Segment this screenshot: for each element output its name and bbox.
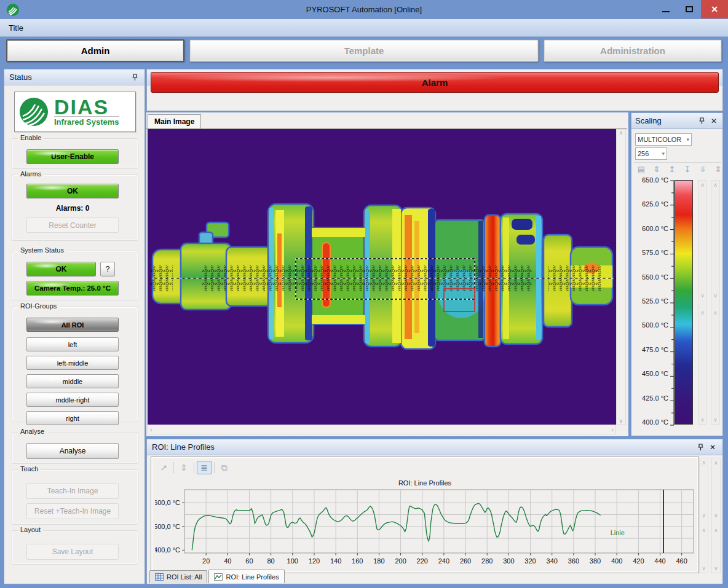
scroll-up-icon[interactable]: ∧ [619, 130, 623, 136]
alarms-ok-button[interactable]: OK [26, 184, 119, 198]
status-panel: Status DIAS Infrared Systems Enable User… [4, 69, 145, 584]
spin-up-icon[interactable]: ∧ [712, 527, 720, 533]
image-vertical-scrollbar[interactable]: ∧ ∨ [616, 129, 626, 425]
close-icon[interactable]: ✕ [708, 442, 718, 452]
save-layout-button[interactable]: Save Layout [26, 544, 119, 560]
pin-icon[interactable] [695, 442, 705, 452]
system-ok-button[interactable]: OK [26, 262, 96, 276]
scale-down-icon[interactable]: ↧ [682, 165, 692, 174]
reset-teach-in-label: Reset +Teach-In Image [34, 507, 111, 515]
spin-down-icon[interactable]: ∨ [698, 292, 706, 299]
scale-min-spinner[interactable]: ∧ ∨ ∧ ∨ [711, 180, 720, 425]
close-button[interactable]: ✕ [701, 0, 728, 18]
spin-down-icon[interactable]: ∨ [712, 512, 720, 519]
teach-in-button[interactable]: Teach-In Image [26, 483, 119, 499]
color-scale-bar [675, 180, 693, 425]
autoscale-icon[interactable]: ⇕ [652, 165, 662, 174]
legend-list-icon[interactable]: ≣ [197, 461, 212, 474]
spin-up-icon[interactable]: ∧ [700, 527, 708, 533]
chevron-down-icon: ▾ [686, 136, 689, 143]
chart-x-spinner[interactable]: ∧ ∨ ∧ ∨ [711, 458, 721, 573]
scale-up-icon[interactable]: ↥ [667, 165, 677, 174]
thermal-image-viewport[interactable] [148, 129, 616, 425]
spin-down-icon[interactable]: ∨ [711, 417, 719, 423]
main-image-tab[interactable]: Main Image [148, 114, 201, 128]
export-icon[interactable]: ↗ [156, 461, 171, 474]
y-tick-label: 600,0 °C [155, 499, 180, 506]
profiles-panel: ROI: Line Profiles ✕ ↗ ⇕ ≣ ⧉ ROI: Line P… [146, 439, 723, 584]
x-tick-label: 160 [352, 557, 363, 565]
title-menubar[interactable]: Title [0, 19, 728, 37]
x-tick-label: 40 [224, 557, 231, 565]
roi-group-button[interactable]: left-middle [26, 356, 119, 370]
image-horizontal-scrollbar[interactable]: ‹ › [148, 425, 616, 434]
spin-down-icon[interactable]: ∨ [698, 417, 706, 423]
fit-vertical-icon[interactable]: ⇕ [176, 461, 191, 474]
tab-administration[interactable]: Administration [544, 39, 722, 62]
reset-teach-in-button[interactable]: Reset +Teach-In Image [26, 503, 119, 519]
minimize-button[interactable] [654, 0, 678, 18]
spin-down-icon[interactable]: ∨ [712, 565, 720, 571]
maximize-button[interactable] [678, 0, 701, 18]
scroll-left-icon[interactable]: ‹ [150, 426, 152, 433]
scale-label: 500.0 °C [631, 321, 668, 329]
analyse-button[interactable]: Analyse [26, 443, 119, 459]
thermal-image [148, 129, 616, 425]
user-enable-button[interactable]: User-Enable [26, 149, 119, 164]
expand-range-icon[interactable]: ⇳ [698, 165, 708, 174]
compress-range-icon[interactable]: ⇕ [713, 165, 723, 174]
y-tick-label: 500,0 °C [155, 523, 180, 530]
tab-line-profiles[interactable]: ROI: Line Profiles [208, 570, 284, 583]
scale-max-spinner[interactable]: ∧ ∨ ∧ ∨ [698, 180, 707, 425]
x-tick-label: 400 [611, 557, 622, 565]
profiles-bottom-tabs: ROI List: All ROI: Line Profiles [149, 570, 285, 583]
roi-group-button[interactable]: left [26, 337, 119, 351]
spin-up-icon[interactable]: ∧ [711, 310, 719, 316]
x-tick-label: 420 [633, 557, 644, 565]
copy-icon[interactable]: ⧉ [217, 461, 232, 474]
save-layout-label: Save Layout [52, 547, 93, 556]
palette-select[interactable]: MULTICOLOR▾ [635, 133, 692, 146]
voi-panel: VOI: Current Alarm Message ✕ Alarm [146, 69, 723, 111]
close-icon[interactable]: ✕ [709, 116, 719, 126]
scroll-down-icon[interactable]: ∨ [619, 418, 623, 424]
line-profile-chart[interactable]: 2040608010012014016018020022024026028030… [155, 485, 696, 571]
tab-admin[interactable]: Admin [6, 39, 184, 62]
teach-in-label: Teach-In Image [47, 487, 98, 495]
enable-group-label: Enable [18, 134, 44, 141]
properties-icon[interactable]: ▤ [636, 165, 646, 174]
spin-down-icon[interactable]: ∨ [700, 565, 708, 571]
pin-icon[interactable] [130, 73, 140, 82]
spin-down-icon[interactable]: ∨ [711, 292, 719, 299]
help-icon: ? [106, 265, 110, 273]
roi-group-button[interactable]: right [26, 411, 119, 425]
spin-down-icon[interactable]: ∨ [700, 512, 708, 519]
x-tick-label: 340 [547, 557, 558, 565]
profiles-panel-header: ROI: Line Profiles ✕ [147, 439, 722, 455]
teach-group-label: Teach [18, 465, 41, 472]
roi-group-button[interactable]: mddle-right [26, 393, 119, 407]
roi-group-button[interactable]: middle [26, 374, 119, 388]
x-tick-label: 380 [590, 557, 601, 565]
spin-up-icon[interactable]: ∧ [700, 460, 708, 466]
spin-up-icon[interactable]: ∧ [698, 310, 706, 316]
roi-group-button[interactable]: All ROI [26, 318, 119, 332]
camera-temp-button[interactable]: Camera Temp.: 25.0 °C [26, 281, 119, 296]
roi-group-button-label: mddle-right [55, 396, 89, 404]
spin-up-icon[interactable]: ∧ [698, 182, 706, 188]
tab-template[interactable]: Template [189, 39, 539, 62]
x-tick-label: 260 [460, 557, 471, 565]
spin-up-icon[interactable]: ∧ [711, 182, 719, 188]
x-tick-label: 120 [309, 557, 320, 565]
roi-group-button-label: All ROI [61, 321, 84, 329]
pin-icon[interactable] [697, 116, 706, 126]
status-panel-title: Status [9, 73, 32, 82]
tab-roi-list[interactable]: ROI List: All [149, 570, 207, 583]
system-help-button[interactable]: ? [100, 262, 115, 276]
spin-up-icon[interactable]: ∧ [712, 460, 720, 466]
reset-counter-button[interactable]: Reset Counter [26, 218, 119, 233]
scroll-right-icon[interactable]: › [611, 426, 614, 433]
chart-y-spinner[interactable]: ∧ ∨ ∧ ∨ [699, 458, 708, 573]
levels-select[interactable]: 256▾ [635, 147, 667, 160]
tab-line-profiles-label: ROI: Line Profiles [226, 573, 279, 581]
